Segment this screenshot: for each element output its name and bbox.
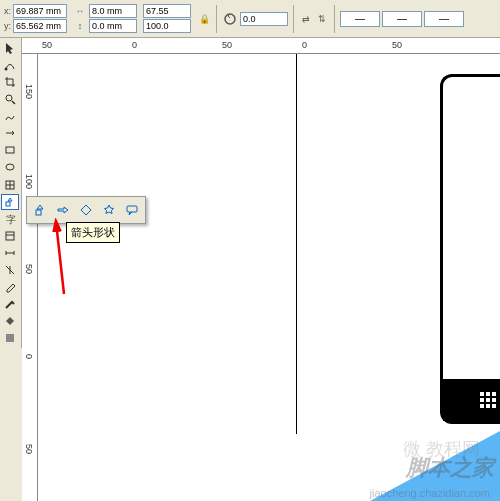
sy-field[interactable]: 100.0 <box>143 19 191 33</box>
y-label: y: <box>4 21 11 31</box>
shape-edit-tool[interactable] <box>1 57 19 73</box>
eyedropper-tool[interactable] <box>1 279 19 295</box>
pick-tool[interactable] <box>1 40 19 56</box>
y-field[interactable]: 65.562 mm <box>13 19 67 33</box>
x-field[interactable]: 69.887 mm <box>13 4 67 18</box>
table-tool[interactable] <box>1 228 19 244</box>
w-field[interactable]: 8.0 mm <box>89 4 137 18</box>
arrow-shape-icon[interactable] <box>53 200 73 220</box>
dimension-tool[interactable] <box>1 245 19 261</box>
rotation-field[interactable]: 0.0 <box>240 12 288 26</box>
svg-rect-16 <box>6 334 14 342</box>
sx-field[interactable]: 67.55 <box>143 4 191 18</box>
ruler-vertical: 150 100 50 0 50 <box>22 54 38 501</box>
freehand-tool[interactable] <box>1 108 19 124</box>
height-icon: ↕ <box>73 19 87 33</box>
fill-tool[interactable] <box>1 313 19 329</box>
effects-tool[interactable] <box>1 262 19 278</box>
mirror-h-icon[interactable]: ⇄ <box>299 12 313 26</box>
ruler-horizontal: 50 0 50 0 50 <box>22 38 500 54</box>
toolbox: 字 <box>0 38 22 348</box>
watermark-url: jiaocheng.chazidian.com <box>370 487 490 499</box>
flowchart-shape-icon[interactable] <box>76 200 96 220</box>
x-label: x: <box>4 6 11 16</box>
property-bar: x:69.887 mm y:65.562 mm ↔8.0 mm ↕0.0 mm … <box>0 0 500 38</box>
h-field[interactable]: 0.0 mm <box>89 19 137 33</box>
svg-rect-11 <box>6 232 14 240</box>
svg-point-0 <box>225 14 235 24</box>
line-start-combo[interactable]: — <box>340 11 380 27</box>
zoom-tool[interactable] <box>1 91 19 107</box>
svg-rect-4 <box>6 147 14 153</box>
page-boundary <box>296 54 297 434</box>
basic-shapes-tool[interactable] <box>1 194 19 210</box>
phone-artwork <box>440 74 500 424</box>
text-tool[interactable]: 字 <box>1 211 19 227</box>
svg-rect-9 <box>6 202 10 206</box>
svg-text:字: 字 <box>6 214 16 225</box>
rectangle-tool[interactable] <box>1 142 19 158</box>
svg-point-2 <box>6 95 12 101</box>
svg-line-19 <box>56 222 64 294</box>
smart-draw-tool[interactable] <box>1 125 19 141</box>
annotation-arrow <box>52 218 76 298</box>
svg-line-3 <box>12 101 15 104</box>
ellipse-tool[interactable] <box>1 159 19 175</box>
line-end-combo[interactable]: — <box>424 11 464 27</box>
width-icon: ↔ <box>73 4 87 18</box>
star-shape-icon[interactable] <box>99 200 119 220</box>
graph-paper-tool[interactable] <box>1 177 19 193</box>
outline-tool[interactable] <box>1 296 19 312</box>
basic-shape-icon[interactable] <box>30 200 50 220</box>
lock-ratio-icon[interactable]: 🔒 <box>197 12 211 26</box>
rotate-icon <box>222 11 238 27</box>
watermark-text-1: 脚本之家 <box>406 453 494 483</box>
svg-rect-18 <box>127 206 137 212</box>
phone-grid-icon <box>480 392 496 408</box>
shapes-flyout <box>26 196 146 224</box>
svg-rect-17 <box>36 210 41 215</box>
callout-shape-icon[interactable] <box>122 200 142 220</box>
line-style-combo[interactable]: — <box>382 11 422 27</box>
mirror-v-icon[interactable]: ⇅ <box>315 12 329 26</box>
svg-point-5 <box>6 164 14 170</box>
crop-tool[interactable] <box>1 74 19 90</box>
svg-point-1 <box>5 68 8 71</box>
interactive-fill-tool[interactable] <box>1 330 19 346</box>
